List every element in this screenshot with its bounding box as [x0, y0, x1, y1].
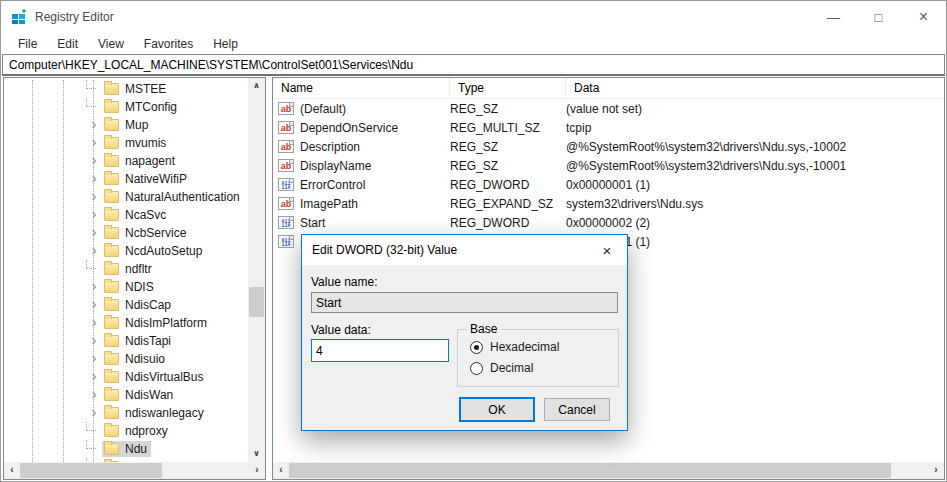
expand-chevron-icon[interactable] — [86, 244, 102, 258]
tree-node[interactable]: ndfltr — [102, 261, 156, 277]
scroll-down-icon[interactable]: ∨ — [248, 446, 265, 462]
tree-node[interactable]: NativeWifiP — [102, 171, 191, 187]
value-data-field — [311, 339, 449, 362]
tree-node[interactable]: Ndisuio — [102, 351, 169, 367]
tree-node[interactable]: NcaSvc — [102, 207, 170, 223]
menu-favorites[interactable]: Favorites — [134, 35, 203, 53]
tree-node[interactable]: ndproxy — [102, 423, 172, 439]
tree-item-NDIS[interactable]: NDIS — [4, 278, 248, 296]
scroll-left-icon[interactable]: ‹ — [273, 462, 289, 479]
tree-horizontal-scrollbar[interactable]: ‹ › — [4, 462, 265, 479]
scroll-right-icon[interactable]: › — [928, 462, 944, 479]
tree-item-ndfltr[interactable]: ndfltr — [4, 260, 248, 278]
tree-node[interactable]: NcbService — [102, 225, 190, 241]
value-data-input[interactable] — [312, 340, 448, 361]
value-row[interactable]: ab(Default)REG_SZ(value not set) — [273, 99, 944, 118]
tree-item-NaturalAuthentication[interactable]: NaturalAuthentication — [4, 188, 248, 206]
expand-chevron-icon[interactable] — [86, 298, 102, 312]
tree-node[interactable]: NdisWan — [102, 387, 177, 403]
tree-node[interactable]: ndiswanlegacy — [102, 405, 208, 421]
expand-chevron-icon[interactable] — [86, 190, 102, 204]
column-header-data[interactable]: Data — [566, 78, 944, 98]
value-row[interactable]: abDependOnServiceREG_MULTI_SZtcpip — [273, 118, 944, 137]
tree-item-NdisImPlatform[interactable]: NdisImPlatform — [4, 314, 248, 332]
expand-chevron-icon[interactable] — [86, 334, 102, 348]
scroll-right-icon[interactable]: › — [249, 462, 265, 479]
tree-item-mvumis[interactable]: mvumis — [4, 134, 248, 152]
expand-chevron-icon[interactable] — [86, 208, 102, 222]
menu-edit[interactable]: Edit — [47, 35, 88, 53]
value-row[interactable]: abDisplayNameREG_SZ@%SystemRoot%\system3… — [273, 156, 944, 175]
hexadecimal-radio-row[interactable]: Hexadecimal — [470, 340, 559, 354]
expand-chevron-icon[interactable] — [86, 226, 102, 240]
tree-item-NdisWan[interactable]: NdisWan — [4, 386, 248, 404]
expand-chevron-icon[interactable] — [86, 388, 102, 402]
expand-chevron-icon[interactable] — [86, 316, 102, 330]
expand-chevron-icon[interactable] — [86, 154, 102, 168]
tree-item-Mup[interactable]: Mup — [4, 116, 248, 134]
tree-node[interactable]: NcdAutoSetup — [102, 243, 206, 259]
dialog-title: Edit DWORD (32-bit) Value — [312, 243, 457, 257]
tree-vertical-scrollbar[interactable]: ∧ ∨ — [248, 78, 265, 462]
ok-button[interactable]: OK — [459, 397, 535, 422]
maximize-button[interactable]: □ — [856, 1, 901, 33]
tree-node[interactable]: Ndu — [102, 441, 151, 457]
expand-chevron-icon[interactable] — [86, 118, 102, 132]
decimal-radio-row[interactable]: Decimal — [470, 361, 533, 375]
tree-node[interactable]: napagent — [102, 153, 179, 169]
expand-chevron-icon[interactable] — [86, 280, 102, 294]
expand-chevron-icon[interactable] — [86, 406, 102, 420]
tree-node[interactable]: NdisVirtualBus — [102, 369, 207, 385]
tree-item-NcdAutoSetup[interactable]: NcdAutoSetup — [4, 242, 248, 260]
tree-item-NativeWifiP[interactable]: NativeWifiP — [4, 170, 248, 188]
tree-item-MTConfig[interactable]: MTConfig — [4, 98, 248, 116]
tree-node[interactable]: mvumis — [102, 135, 170, 151]
tree-item-NcaSvc[interactable]: NcaSvc — [4, 206, 248, 224]
tree-item-ndiswanlegacy[interactable]: ndiswanlegacy — [4, 404, 248, 422]
menu-view[interactable]: View — [88, 35, 134, 53]
tree-node[interactable]: MTConfig — [102, 99, 181, 115]
tree-node[interactable]: NDIS — [102, 279, 158, 295]
tree-connector — [86, 80, 96, 89]
column-header-type[interactable]: Type — [450, 78, 566, 98]
tree-item-Ndu[interactable]: Ndu — [4, 440, 248, 458]
value-row[interactable]: abDescriptionREG_SZ@%SystemRoot%\system3… — [273, 137, 944, 156]
expand-chevron-icon[interactable] — [86, 172, 102, 186]
hexadecimal-radio[interactable] — [470, 341, 483, 354]
column-header-name[interactable]: Name — [273, 78, 450, 98]
tree-node[interactable]: NdisCap — [102, 297, 175, 313]
dialog-close-button[interactable]: × — [587, 235, 627, 265]
tree-node[interactable]: Mup — [102, 117, 152, 133]
menu-help[interactable]: Help — [203, 35, 248, 53]
value-row[interactable]: 011 110StartREG_DWORD0x00000002 (2) — [273, 213, 944, 232]
menu-file[interactable]: File — [8, 35, 47, 53]
tree-item-NdisVirtualBus[interactable]: NdisVirtualBus — [4, 368, 248, 386]
value-row[interactable]: 011 110ErrorControlREG_DWORD0x00000001 (… — [273, 175, 944, 194]
tree-item-MSTEE[interactable]: MSTEE — [4, 80, 248, 98]
value-row[interactable]: abImagePathREG_EXPAND_SZsystem32\drivers… — [273, 194, 944, 213]
scroll-left-icon[interactable]: ‹ — [4, 462, 20, 479]
expand-chevron-icon[interactable] — [86, 352, 102, 366]
tree-item-ndproxy[interactable]: ndproxy — [4, 422, 248, 440]
tree-item-NdisCap[interactable]: NdisCap — [4, 296, 248, 314]
tree-item-NcbService[interactable]: NcbService — [4, 224, 248, 242]
tree-hscroll-thumb[interactable] — [20, 463, 162, 478]
address-input[interactable] — [3, 55, 944, 74]
scroll-up-icon[interactable]: ∧ — [248, 78, 265, 94]
tree-node[interactable]: NaturalAuthentication — [102, 189, 244, 205]
expand-chevron-icon[interactable] — [86, 136, 102, 150]
tree-item-Ndisuio[interactable]: Ndisuio — [4, 350, 248, 368]
list-horizontal-scrollbar[interactable]: ‹ › — [273, 462, 944, 479]
tree-vscroll-thumb[interactable] — [249, 287, 264, 317]
tree-node[interactable]: NdisImPlatform — [102, 315, 211, 331]
tree-node[interactable]: MSTEE — [102, 81, 170, 97]
tree-item-NdisTapi[interactable]: NdisTapi — [4, 332, 248, 350]
decimal-radio[interactable] — [470, 362, 483, 375]
tree-item-napagent[interactable]: napagent — [4, 152, 248, 170]
minimize-button[interactable]: — — [811, 1, 856, 33]
expand-chevron-icon[interactable] — [86, 370, 102, 384]
close-button[interactable]: × — [901, 1, 946, 33]
cancel-button[interactable]: Cancel — [544, 398, 610, 421]
tree-node[interactable]: NdisTapi — [102, 333, 175, 349]
list-hscroll-thumb[interactable] — [289, 463, 891, 478]
